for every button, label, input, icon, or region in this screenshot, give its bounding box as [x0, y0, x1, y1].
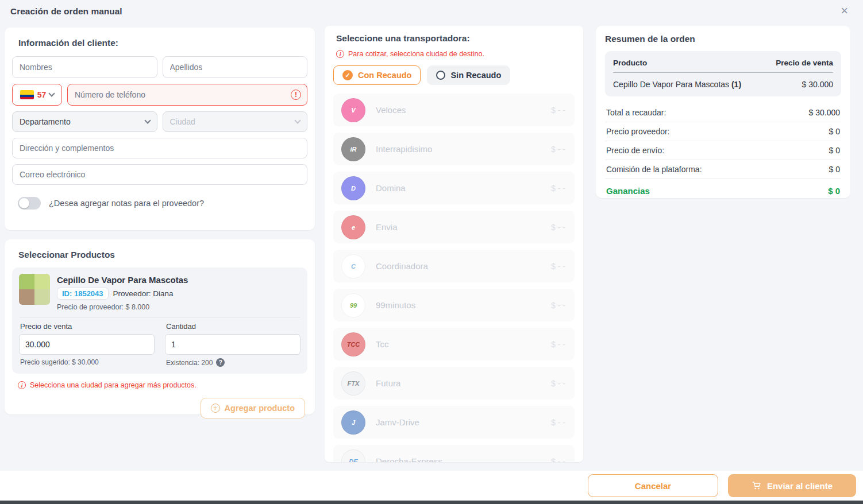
99minutos-logo-icon: 99	[341, 293, 365, 317]
carrier-row-veloces[interactable]: V Veloces $ - -	[333, 94, 575, 126]
footer-bar: Cancelar Enviar al cliente	[0, 471, 863, 501]
summary-row-profit: Ganancias $ 0	[605, 179, 841, 203]
quantity-input[interactable]	[165, 334, 300, 355]
summary-row-provider-price: Precio proveedor: $ 0	[605, 122, 841, 141]
email-input[interactable]	[12, 164, 307, 185]
summary-product-name: Cepillo De Vapor Para Mascotas	[613, 80, 729, 89]
product-image	[19, 274, 50, 305]
chevron-down-icon	[144, 117, 151, 123]
last-name-input[interactable]	[163, 56, 308, 78]
profit-value: $ 0	[828, 186, 840, 196]
quantity-label: Cantidad	[166, 322, 300, 331]
profit-label: Ganancias	[606, 186, 650, 196]
product-name: Cepillo De Vapor Para Mascotas	[57, 275, 188, 285]
summary-title: Resumen de la orden	[605, 34, 841, 44]
carriers-warning: Para cotizar, selecciona ciudad de desti…	[348, 50, 484, 58]
carrier-row-derocha-express[interactable]: DE Derocha-Express $ - -	[333, 445, 575, 462]
product-item: Cepillo De Vapor Para Mascotas ID: 18520…	[12, 267, 307, 374]
divider	[19, 317, 300, 317]
carrier-price: $ - -	[551, 106, 565, 115]
derocha-express-logo-icon: DE	[341, 449, 365, 463]
plus-circle-icon: +	[211, 404, 220, 413]
close-icon[interactable]: ×	[841, 5, 848, 17]
domina-logo-icon: D	[341, 176, 365, 200]
cancel-button[interactable]: Cancelar	[588, 474, 718, 497]
city-select[interactable]: Ciudad	[163, 111, 308, 132]
summary-col-price: Precio de venta	[776, 59, 833, 67]
carrier-price: $ - -	[551, 184, 565, 193]
carrier-price: $ - -	[551, 379, 565, 388]
interrapidisimo-logo-icon: iR	[341, 137, 365, 161]
department-select[interactable]: Departamento	[12, 111, 157, 132]
chevron-down-icon	[294, 117, 300, 123]
suggested-price: Precio sugerido: $ 30.000	[20, 358, 155, 366]
summary-row-commission: Comisión de la plataforma: $ 0	[605, 160, 841, 179]
carrier-row-coordinadora[interactable]: C Coordinadora $ - -	[333, 250, 575, 282]
carrier-price: $ - -	[551, 145, 565, 154]
send-to-client-button[interactable]: Enviar al cliente	[728, 474, 856, 497]
without-cod-label: Sin Recaudo	[450, 71, 501, 80]
info-icon: i	[336, 50, 344, 58]
carrier-row-futura[interactable]: FTX Futura $ - -	[333, 367, 575, 400]
summary-row-total: Total a recaudar: $ 30.000	[605, 103, 841, 122]
carrier-row-domina[interactable]: D Domina $ - -	[333, 172, 575, 204]
without-cod-option[interactable]: Sin Recaudo	[427, 65, 510, 85]
carrier-price: $ - -	[551, 223, 565, 232]
department-select-value: Departamento	[20, 117, 71, 126]
add-product-label: Agregar producto	[225, 404, 295, 413]
carrier-row-interrapidisimo[interactable]: iR Interrapidisimo $ - -	[333, 133, 575, 165]
carrier-row-envia[interactable]: e Envia $ - -	[333, 211, 575, 243]
colombia-flag-icon	[20, 90, 34, 99]
country-code-select[interactable]: 57	[12, 84, 62, 106]
summary-row-shipping: Precio de envío: $ 0	[605, 141, 841, 160]
phone-error-icon: !	[291, 90, 301, 100]
send-to-client-label: Enviar al cliente	[767, 481, 833, 491]
products-warning: Selecciona una ciudad para agregar más p…	[30, 381, 197, 389]
provider-notes-label: ¿Desea agregar notas para el proveedor?	[49, 199, 204, 208]
customer-section-title: Información del cliente:	[18, 38, 307, 48]
cart-icon	[752, 480, 762, 491]
products-card: Seleccionar Productos Cepillo De Vapor P…	[5, 239, 315, 414]
provider-notes-toggle[interactable]	[18, 197, 41, 210]
veloces-logo-icon: V	[341, 98, 365, 122]
radio-circle-icon	[436, 71, 445, 80]
stock-label: Existencia: 200	[166, 359, 213, 367]
provider-price: Precio de proveedor: $ 8.000	[57, 303, 188, 311]
carrier-row-99minutos[interactable]: 99 99minutos $ - -	[333, 289, 575, 321]
carrier-price: $ - -	[551, 301, 565, 310]
carrier-row-tcc[interactable]: TCC Tcc $ - -	[333, 328, 575, 360]
sale-price-input[interactable]	[19, 334, 155, 355]
city-select-value: Ciudad	[170, 117, 195, 126]
page-title: Creación de orden manual	[10, 6, 122, 17]
envia-logo-icon: e	[341, 215, 365, 239]
futura-logo-icon: FTX	[341, 371, 365, 396]
tcc-logo-icon: TCC	[341, 332, 365, 356]
summary-col-product: Producto	[613, 59, 647, 67]
carriers-section-title: Seleccione una transportadora:	[336, 33, 575, 44]
products-section-title: Seleccionar Productos	[18, 250, 307, 260]
check-circle-icon: ✓	[342, 70, 353, 80]
carriers-panel: Seleccione una transportadora: i Para co…	[325, 26, 583, 462]
carrier-price: $ - -	[551, 340, 565, 349]
summary-table: Producto Precio de venta Cepillo De Vapo…	[605, 51, 841, 96]
stock-help-icon[interactable]: ?	[216, 358, 225, 367]
summary-product-qty: (1)	[731, 80, 741, 89]
carrier-row-jamv-drive[interactable]: J Jamv-Drive $ - -	[333, 406, 575, 439]
jamv-drive-logo-icon: J	[341, 410, 365, 435]
carrier-price: $ - -	[551, 262, 565, 271]
carrier-price: $ - -	[551, 418, 565, 427]
country-dial-code: 57	[37, 90, 47, 99]
manual-order-modal: { "header": { "title": "Creación de orde…	[0, 0, 863, 504]
carrier-price: $ - -	[551, 457, 565, 463]
sale-price-label: Precio de venta	[20, 322, 155, 331]
toggle-knob	[19, 198, 29, 208]
add-product-button[interactable]: + Agregar producto	[201, 398, 305, 418]
summary-product-row: Cepillo De Vapor Para Mascotas (1) $ 30.…	[613, 73, 833, 89]
first-name-input[interactable]	[12, 56, 157, 78]
product-id-badge: ID: 1852043	[57, 288, 109, 300]
with-cod-option[interactable]: ✓ Con Recaudo	[333, 65, 421, 85]
customer-info-card: Información del cliente: 57 ! Departamen…	[5, 28, 315, 230]
phone-input[interactable]	[67, 84, 307, 106]
address-input[interactable]	[12, 138, 307, 158]
order-summary-card: Resumen de la orden Producto Precio de v…	[596, 26, 850, 198]
